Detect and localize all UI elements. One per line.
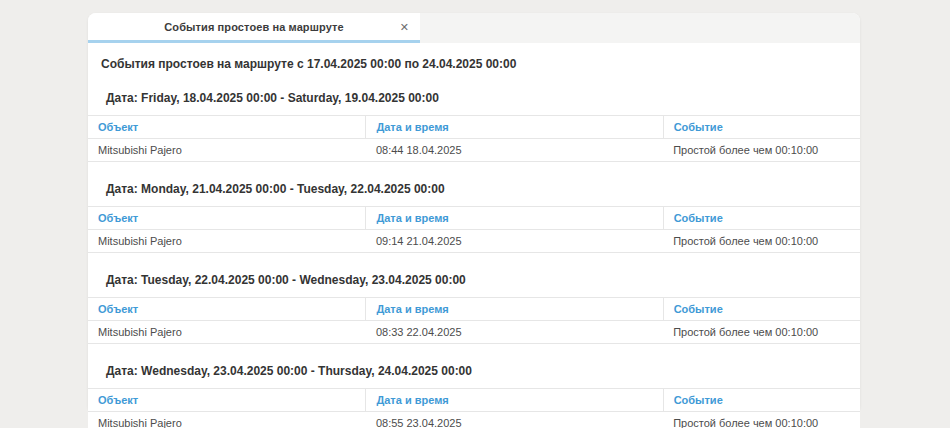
report-window: События простоев на маршруте ✕ События п… [88,13,860,413]
column-header-object[interactable]: Объект [88,116,366,139]
cell-datetime: 09:14 21.04.2025 [366,230,663,253]
table-header-row: ОбъектДата и времяСобытие [88,207,860,230]
table-header-row: ОбъектДата и времяСобытие [88,298,860,321]
cell-object: Mitsubishi Pajero [88,412,366,428]
cell-event: Простой более чем 00:10:00 [663,321,860,344]
sections-container: Дата: Friday, 18.04.2025 00:00 - Saturda… [88,91,860,428]
column-header-event[interactable]: Событие [663,298,860,321]
table-header-row: ОбъектДата и времяСобытие [88,389,860,412]
section-date-header: Дата: Wednesday, 23.04.2025 00:00 - Thur… [88,364,860,378]
tab-route-downtime-events[interactable]: События простоев на маршруте ✕ [88,13,420,43]
cell-datetime: 08:44 18.04.2025 [366,139,663,162]
events-table: ОбъектДата и времяСобытие Mitsubishi Paj… [88,297,860,344]
table-row: Mitsubishi Pajero08:33 22.04.2025Простой… [88,321,860,344]
report-section: Дата: Monday, 21.04.2025 00:00 - Tuesday… [88,182,860,253]
table-header-row: ОбъектДата и времяСобытие [88,116,860,139]
cell-event: Простой более чем 00:10:00 [663,230,860,253]
column-header-datetime[interactable]: Дата и время [366,389,663,412]
column-header-object[interactable]: Объект [88,389,366,412]
tab-strip: События простоев на маршруте ✕ [88,13,860,43]
section-date-header: Дата: Friday, 18.04.2025 00:00 - Saturda… [88,91,860,105]
report-section: Дата: Tuesday, 22.04.2025 00:00 - Wednes… [88,273,860,344]
cell-object: Mitsubishi Pajero [88,230,366,253]
section-date-header: Дата: Tuesday, 22.04.2025 00:00 - Wednes… [88,273,860,287]
column-header-event[interactable]: Событие [663,207,860,230]
cell-datetime: 08:55 23.04.2025 [366,412,663,428]
column-header-object[interactable]: Объект [88,207,366,230]
events-table: ОбъектДата и времяСобытие Mitsubishi Paj… [88,206,860,253]
table-row: Mitsubishi Pajero08:44 18.04.2025Простой… [88,139,860,162]
events-table: ОбъектДата и времяСобытие Mitsubishi Paj… [88,388,860,428]
cell-object: Mitsubishi Pajero [88,139,366,162]
column-header-event[interactable]: Событие [663,116,860,139]
report-title: События простоев на маршруте с 17.04.202… [88,43,860,71]
column-header-datetime[interactable]: Дата и время [366,116,663,139]
table-row: Mitsubishi Pajero09:14 21.04.2025Простой… [88,230,860,253]
events-table: ОбъектДата и времяСобытие Mitsubishi Paj… [88,115,860,162]
close-icon[interactable]: ✕ [400,21,409,32]
column-header-datetime[interactable]: Дата и время [366,207,663,230]
column-header-event[interactable]: Событие [663,389,860,412]
cell-event: Простой более чем 00:10:00 [663,139,860,162]
report-content: События простоев на маршруте с 17.04.202… [88,43,860,428]
cell-object: Mitsubishi Pajero [88,321,366,344]
tab-label: События простоев на маршруте [164,21,343,33]
column-header-object[interactable]: Объект [88,298,366,321]
report-section: Дата: Friday, 18.04.2025 00:00 - Saturda… [88,91,860,162]
cell-event: Простой более чем 00:10:00 [663,412,860,428]
cell-datetime: 08:33 22.04.2025 [366,321,663,344]
report-section: Дата: Wednesday, 23.04.2025 00:00 - Thur… [88,364,860,428]
section-date-header: Дата: Monday, 21.04.2025 00:00 - Tuesday… [88,182,860,196]
table-row: Mitsubishi Pajero08:55 23.04.2025Простой… [88,412,860,428]
column-header-datetime[interactable]: Дата и время [366,298,663,321]
